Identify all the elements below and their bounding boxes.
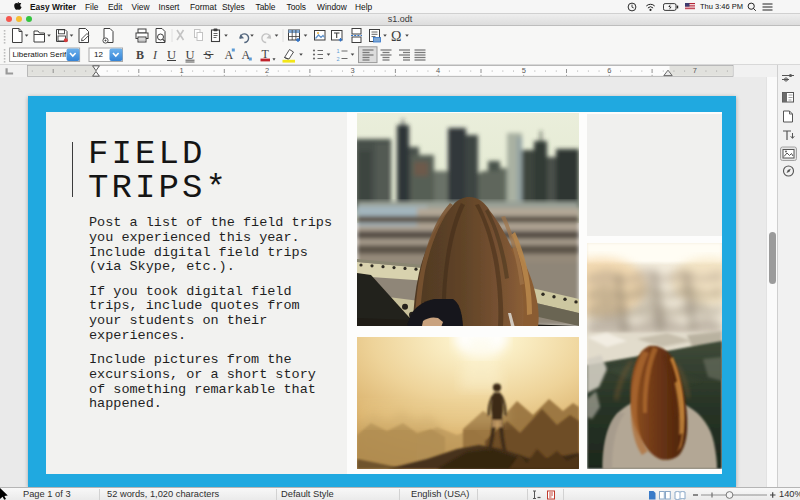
svg-text:7: 7 (693, 66, 697, 75)
svg-text:1: 1 (337, 48, 340, 54)
svg-text:1: 1 (180, 66, 184, 75)
svg-text:5: 5 (522, 66, 526, 75)
svg-text:3: 3 (351, 66, 355, 75)
svg-text:T: T (262, 46, 270, 60)
svg-text:6: 6 (607, 66, 611, 75)
svg-text:U: U (186, 47, 195, 61)
svg-text:4: 4 (436, 66, 440, 75)
svg-text:Ω: Ω (391, 28, 401, 43)
svg-text:Liberation Serif: Liberation Serif (13, 50, 68, 59)
svg-text:2: 2 (337, 55, 340, 61)
svg-text:I: I (152, 47, 158, 61)
svg-text:12: 12 (94, 50, 103, 59)
svg-text:B: B (136, 47, 144, 61)
svg-text:U: U (167, 47, 176, 61)
svg-text:2: 2 (265, 66, 269, 75)
